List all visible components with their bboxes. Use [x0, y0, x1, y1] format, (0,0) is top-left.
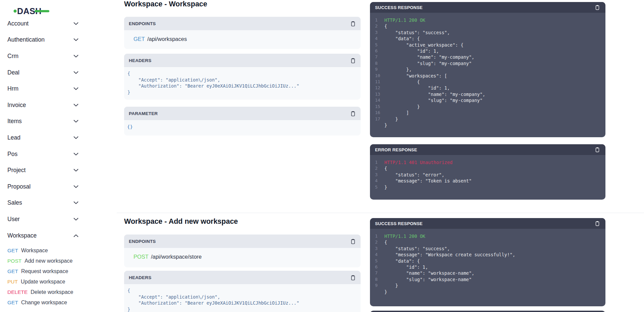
- dash-logo-icon: DASH: [13, 5, 50, 17]
- endpoints-card: ENDPOINTS GET/api/workspaces: [124, 17, 361, 49]
- next-response-panel-partial: [370, 311, 605, 312]
- code-line: 5 }: [370, 184, 605, 190]
- workspace-sub-item-label: Change workspace: [21, 300, 67, 306]
- copy-button[interactable]: [594, 4, 600, 10]
- sidebar-item-label: User: [7, 216, 20, 223]
- line-number: 5: [370, 258, 384, 264]
- endpoint-line: POST/api/workspace/store: [124, 248, 361, 266]
- line-text: "name": "my-company",: [384, 54, 474, 60]
- copy-button[interactable]: [350, 57, 356, 64]
- headers-card: HEADERS { "Accept": "application\/json",…: [124, 54, 361, 100]
- line-number: 7: [370, 270, 384, 276]
- line-text: "name": "workspace-name",: [384, 270, 474, 276]
- code-line: 7 "name": "my-company",: [370, 54, 605, 60]
- sidebar-item[interactable]: Items: [7, 113, 78, 130]
- chevron-down-icon: [73, 169, 78, 172]
- parameter-card-header: PARAMETER: [124, 107, 361, 120]
- sidebar-item[interactable]: User: [7, 211, 78, 227]
- section-add-new-workspace: Workspace - Add new workspace ENDPOINTS …: [117, 213, 644, 312]
- line-number: 6: [370, 264, 384, 270]
- sidebar-item[interactable]: Proposal: [7, 178, 78, 195]
- line-number: 8: [370, 60, 384, 66]
- workspace-sub-item[interactable]: GET Change workspace: [7, 297, 91, 308]
- line-number: 3: [370, 30, 384, 36]
- sidebar-item[interactable]: Invoice: [7, 97, 78, 113]
- headers-card-header: HEADERS: [124, 54, 361, 67]
- line-text: {: [384, 239, 387, 245]
- code-line: 8 "slug": "my-company": [370, 60, 605, 66]
- workspace-sub-item-label: Workspace: [21, 248, 48, 254]
- workspace-sub-item[interactable]: GET Workspace: [7, 245, 91, 256]
- clipboard-icon: [594, 4, 600, 10]
- line-number: 1: [370, 233, 384, 239]
- http-method-badge: GET: [7, 248, 18, 254]
- card-title: ENDPOINTS: [129, 239, 156, 244]
- code-line: 16 ]: [370, 110, 605, 116]
- chevron-down-icon: [73, 136, 78, 139]
- sidebar: DASH Account Authentication Crm: [0, 0, 104, 312]
- copy-button[interactable]: [350, 110, 356, 117]
- workspace-sub-item-label: Update workspace: [21, 279, 65, 285]
- copy-button[interactable]: [594, 220, 600, 226]
- clipboard-icon: [350, 274, 356, 281]
- workspace-sub-item[interactable]: PUT Update workspace: [7, 276, 91, 287]
- error-response-header: ERROR RESPONSE: [370, 144, 605, 155]
- chevron-down-icon: [73, 234, 78, 237]
- sidebar-item[interactable]: Crm: [7, 48, 78, 64]
- line-text: "data": {: [384, 36, 420, 42]
- line-text: "id": 1,: [384, 264, 428, 270]
- clipboard-icon: [594, 220, 600, 226]
- workspace-sub-item[interactable]: GET Request workspace: [7, 266, 91, 276]
- chevron-down-icon: [73, 153, 78, 156]
- sidebar-item-label: Invoice: [7, 102, 26, 109]
- line-text: HTTP/1.1 200 OK: [384, 17, 425, 23]
- headers-code-block: { "Accept": "application\/json", "Author…: [124, 284, 361, 312]
- sidebar-item-label: Account: [7, 20, 29, 27]
- panel-title: SUCCESS RESPONSE: [375, 5, 423, 10]
- line-number: 5: [370, 42, 384, 48]
- main-content: Workspace - Workspace ENDPOINTS GET/api/…: [117, 0, 644, 312]
- clipboard-icon: [350, 110, 356, 117]
- workspace-sub-item[interactable]: POST Add new workspace: [7, 256, 91, 266]
- line-text: "name": "my-company",: [384, 91, 485, 97]
- dash-logo[interactable]: DASH: [13, 5, 50, 17]
- http-method-badge: GET: [7, 268, 18, 274]
- sidebar-item-label: Authentication: [7, 36, 45, 43]
- error-response-code: 1 HTTP/1.1 401 Unauthorized 2 { 3 "statu…: [370, 155, 605, 190]
- copy-button[interactable]: [350, 274, 356, 281]
- line-text: "id": 1,: [384, 48, 439, 54]
- line-number: 4: [370, 178, 384, 184]
- line-number: 16: [370, 110, 384, 116]
- line-number: 5: [370, 184, 384, 190]
- section-workspace: Workspace - Workspace ENDPOINTS GET/api/…: [117, 0, 644, 213]
- sidebar-item[interactable]: Workspace: [7, 227, 78, 244]
- success-response-panel: SUCCESS RESPONSE 1 HTTP/1.1 200 OK: [370, 2, 605, 137]
- endpoints-card-header: ENDPOINTS: [124, 17, 361, 30]
- card-title: HEADERS: [129, 58, 151, 63]
- sidebar-item[interactable]: Sales: [7, 195, 78, 211]
- line-text: }: [384, 116, 398, 122]
- sidebar-item[interactable]: Project: [7, 162, 78, 178]
- sidebar-item[interactable]: Lead: [7, 129, 78, 146]
- sidebar-item[interactable]: Hrm: [7, 81, 78, 97]
- sidebar-item[interactable]: Authentication: [7, 32, 78, 48]
- line-text: }: [384, 104, 420, 110]
- sidebar-item[interactable]: Pos: [7, 146, 78, 162]
- chevron-down-icon: [73, 104, 78, 107]
- workspace-sub-item-label: Add new workspace: [24, 258, 72, 264]
- line-text: "status": "success",: [384, 30, 450, 36]
- code-line: 2 {: [370, 23, 605, 29]
- sidebar-item[interactable]: Account: [7, 15, 78, 32]
- workspace-sub-list: GET Workspace POST Add new workspace GET…: [7, 245, 91, 308]
- card-title: PARAMETER: [129, 111, 158, 116]
- success-response-header: SUCCESS RESPONSE: [370, 2, 605, 13]
- code-line: 5 "data": {: [370, 258, 605, 264]
- code-line: 2 {: [370, 239, 605, 245]
- workspace-sub-item[interactable]: DELETE Delete workspace: [7, 287, 91, 297]
- code-line: 5 "active_workspace": {: [370, 42, 605, 48]
- code-line: 6 "id": 1,: [370, 48, 605, 54]
- sidebar-item[interactable]: Deal: [7, 64, 78, 81]
- copy-button[interactable]: [350, 238, 356, 245]
- copy-button[interactable]: [350, 20, 356, 27]
- copy-button[interactable]: [594, 147, 600, 153]
